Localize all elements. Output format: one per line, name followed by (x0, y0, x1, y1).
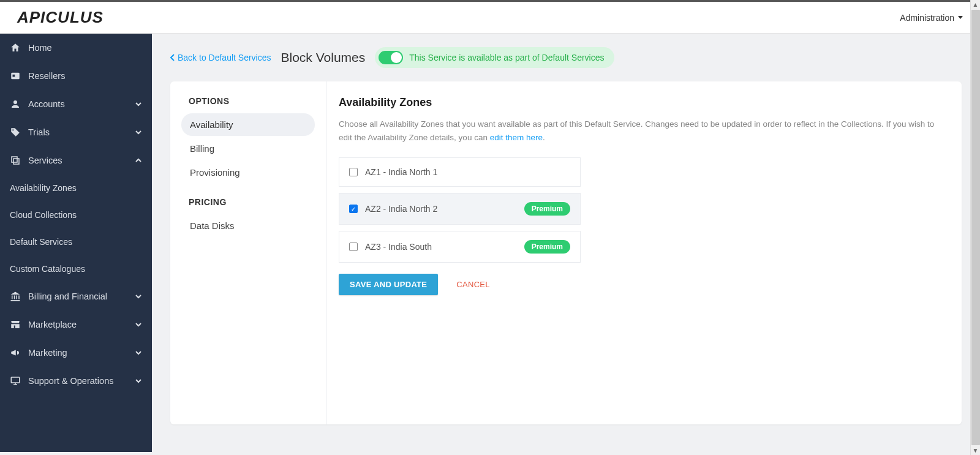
chevron-left-icon (170, 54, 175, 61)
help-text-pre: Choose all Availability Zones that you w… (339, 119, 934, 142)
admin-dropdown-label: Administration (900, 13, 954, 23)
svg-point-2 (13, 100, 17, 104)
zone-row[interactable]: ✓AZ2 - India North 2Premium (339, 193, 581, 225)
premium-badge: Premium (524, 240, 570, 254)
sidebar-item-billing-and-financial[interactable]: Billing and Financial (0, 282, 152, 310)
store-icon (10, 319, 21, 330)
sidebar-item-label: Services (28, 156, 62, 165)
zone-checkbox[interactable] (349, 168, 358, 176)
main-title: Availability Zones (339, 96, 949, 109)
svg-rect-7 (11, 377, 20, 383)
sidebar-item-label: Billing and Financial (28, 291, 107, 301)
sidebar-subitem-custom-catalogues[interactable]: Custom Catalogues (0, 255, 152, 282)
chevron-down-icon (135, 349, 142, 356)
logo: APICULUS (17, 8, 104, 27)
bank-icon (10, 291, 21, 302)
svg-rect-6 (14, 326, 15, 329)
svg-rect-5 (13, 159, 19, 164)
user-icon (10, 99, 21, 110)
tag-icon (10, 127, 21, 138)
zone-label: AZ3 - India South (365, 242, 432, 252)
zone-checkbox[interactable]: ✓ (349, 205, 358, 213)
zone-checkbox[interactable] (349, 243, 358, 251)
megaphone-icon (10, 347, 21, 358)
edit-zones-link[interactable]: edit them here (490, 133, 543, 142)
sidebar-item-trials[interactable]: Trials (0, 118, 152, 146)
sidebar-item-marketplace[interactable]: Marketplace (0, 310, 152, 339)
chevron-down-icon (135, 293, 142, 300)
chevron-down-icon (135, 321, 142, 328)
chevron-down-icon (135, 129, 142, 136)
content-area: Back to Default Services Block Volumes T… (152, 34, 980, 452)
zone-row[interactable]: AZ3 - India SouthPremium (339, 231, 581, 263)
sidebar-item-label: Marketplace (28, 320, 77, 329)
chevron-down-icon (135, 100, 142, 108)
sidebar-item-label: Support & Operations (28, 376, 113, 386)
premium-badge: Premium (524, 202, 570, 216)
zone-label: AZ2 - India North 2 (365, 204, 437, 214)
cancel-button[interactable]: CANCEL (456, 280, 490, 289)
help-text-post: . (543, 133, 545, 142)
badge-icon (10, 70, 21, 81)
back-link-label: Back to Default Services (178, 53, 271, 62)
caret-down-icon (958, 16, 963, 19)
zone-list: AZ1 - India North 1✓AZ2 - India North 2P… (339, 157, 581, 263)
sidebar-item-marketing[interactable]: Marketing (0, 339, 152, 367)
sidebar-item-support-operations[interactable]: Support & Operations (0, 367, 152, 395)
monitor-icon (10, 375, 21, 386)
form-actions: SAVE AND UPDATE CANCEL (339, 274, 949, 295)
svg-rect-0 (11, 73, 20, 80)
pricing-option-data-disks[interactable]: Data Disks (181, 214, 315, 237)
svg-rect-1 (13, 75, 15, 77)
service-status-pill: This Service is available as part of Def… (375, 47, 614, 68)
zone-label: AZ1 - India North 1 (365, 167, 437, 177)
page-title: Block Volumes (281, 50, 366, 65)
vertical-scrollbar[interactable]: ▲ ▼ (970, 0, 980, 452)
options-section-title: OPTIONS (181, 96, 315, 106)
sidebar-item-label: Accounts (28, 99, 65, 109)
save-button[interactable]: SAVE AND UPDATE (339, 274, 438, 295)
sidebar-subitem-default-services[interactable]: Default Services (0, 228, 152, 255)
zone-row[interactable]: AZ1 - India North 1 (339, 157, 581, 187)
option-availability[interactable]: Availability (181, 113, 315, 136)
sidebar-subitem-availability-zones[interactable]: Availability Zones (0, 175, 152, 201)
chevron-down-icon (135, 377, 142, 385)
sidebar-item-accounts[interactable]: Accounts (0, 90, 152, 118)
chevron-up-icon (135, 157, 142, 164)
scroll-up-arrow[interactable]: ▲ (971, 0, 980, 9)
svg-point-3 (12, 129, 13, 130)
sidebar-subitem-cloud-collections[interactable]: Cloud Collections (0, 201, 152, 228)
sidebar-item-label: Marketing (28, 348, 67, 358)
sidebar-item-label: Trials (28, 127, 50, 137)
scroll-thumb[interactable] (971, 10, 980, 445)
sidebar-item-resellers[interactable]: Resellers (0, 62, 152, 90)
admin-dropdown[interactable]: Administration (900, 13, 963, 23)
app-header: APICULUS Administration (0, 2, 980, 34)
home-icon (10, 42, 21, 53)
page-header-row: Back to Default Services Block Volumes T… (170, 47, 962, 68)
sidebar: HomeResellersAccountsTrialsServicesAvail… (0, 34, 152, 452)
settings-panel: OPTIONS AvailabilityBillingProvisioning … (170, 81, 962, 424)
option-billing[interactable]: Billing (181, 137, 315, 160)
panel-main: Availability Zones Choose all Availabili… (326, 81, 962, 424)
layers-icon (10, 155, 21, 166)
sidebar-item-home[interactable]: Home (0, 34, 152, 62)
help-text: Choose all Availability Zones that you w… (339, 118, 949, 144)
sidebar-item-services[interactable]: Services (0, 146, 152, 175)
sidebar-item-label: Resellers (28, 71, 65, 81)
scroll-down-arrow[interactable]: ▼ (971, 446, 980, 452)
options-sidebar: OPTIONS AvailabilityBillingProvisioning … (170, 81, 326, 424)
back-link[interactable]: Back to Default Services (170, 53, 271, 62)
svg-rect-4 (12, 157, 17, 162)
pricing-section-title: PRICING (181, 197, 315, 207)
option-provisioning[interactable]: Provisioning (181, 161, 315, 184)
service-status-text: This Service is available as part of Def… (409, 53, 604, 62)
service-enabled-toggle[interactable] (379, 51, 403, 64)
sidebar-item-label: Home (28, 43, 52, 53)
